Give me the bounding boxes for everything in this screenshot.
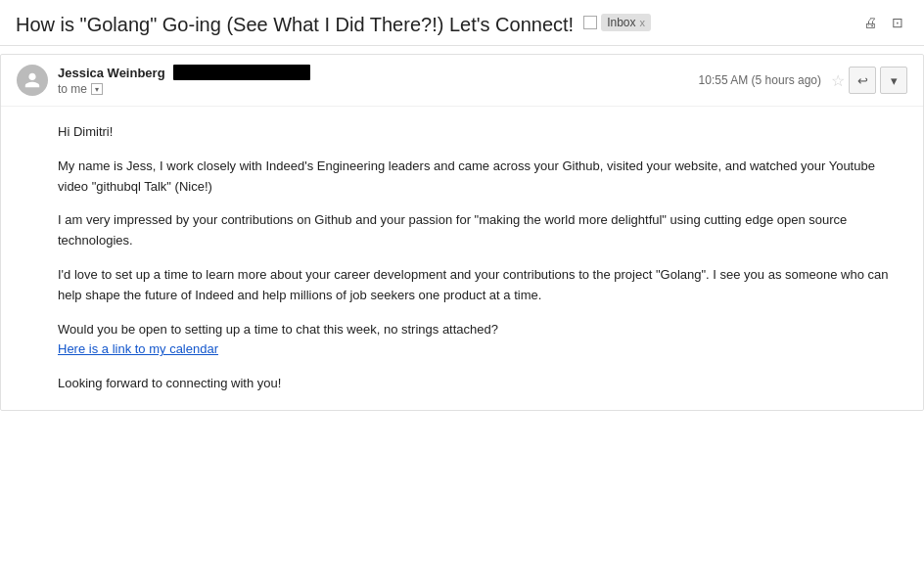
sender-name-row: Jessica Weinberg [58, 65, 689, 80]
print-icon[interactable]: 🖨 [859, 12, 881, 33]
header-icons: 🖨 ⊡ [859, 12, 908, 33]
sender-name: Jessica Weinberg [58, 66, 165, 80]
reply-button[interactable]: ↩ [849, 67, 876, 94]
message-meta: Jessica Weinberg to me ▾ 10:55 AM (5 hou… [1, 55, 923, 107]
email-container: How is "Golang" Go-ing (See What I Did T… [0, 0, 924, 411]
expand-icon[interactable]: ⊡ [887, 12, 908, 33]
sender-info: Jessica Weinberg to me ▾ [58, 65, 689, 96]
body-paragraph-3: I am very impressed by your contribution… [58, 210, 907, 251]
to-me-row: to me ▾ [58, 82, 689, 96]
inbox-tag: Inbox x [601, 14, 651, 31]
avatar [17, 65, 48, 96]
body-paragraph-2: My name is Jess, I work closely with Ind… [58, 157, 907, 198]
message-body: Hi Dimitri! My name is Jess, I work clos… [1, 107, 923, 410]
inbox-label: Inbox [607, 16, 635, 29]
message-time: 10:55 AM (5 hours ago) [699, 73, 821, 87]
body-paragraph-5: Would you be open to setting up a time t… [58, 320, 907, 361]
body-sign-off: Looking forward to connecting with you! [58, 374, 907, 394]
more-button[interactable]: ▾ [880, 67, 907, 94]
sender-email-redacted [173, 65, 310, 80]
body-paragraph-4: I'd love to set up a time to learn more … [58, 265, 907, 306]
inbox-checkbox[interactable] [583, 16, 597, 29]
inbox-tag-wrapper: Inbox x [583, 14, 651, 31]
body-paragraph-1: Hi Dimitri! [58, 122, 907, 143]
to-me-dropdown[interactable]: ▾ [91, 83, 103, 95]
subject-area: How is "Golang" Go-ing (See What I Did T… [16, 12, 848, 37]
message-row: Jessica Weinberg to me ▾ 10:55 AM (5 hou… [0, 54, 924, 411]
star-icon[interactable]: ☆ [831, 71, 845, 90]
email-subject: How is "Golang" Go-ing (See What I Did T… [16, 12, 574, 37]
calendar-link[interactable]: Here is a link to my calendar [58, 341, 218, 356]
to-me-label: to me [58, 82, 87, 96]
inbox-tag-close[interactable]: x [640, 18, 646, 28]
message-actions: ☆ ↩ ▾ [831, 67, 907, 94]
email-header: How is "Golang" Go-ing (See What I Did T… [0, 0, 924, 46]
